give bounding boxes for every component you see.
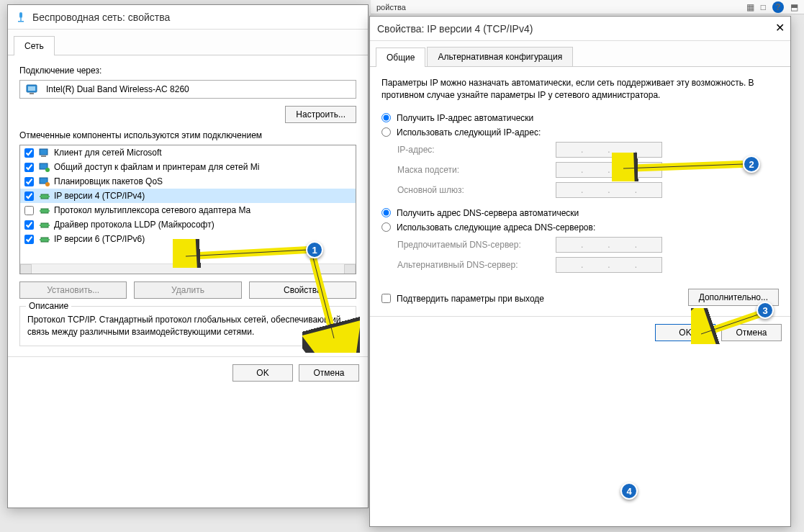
svg-rect-13 xyxy=(40,196,42,197)
callout-4: 4 xyxy=(620,482,638,500)
component-checkbox[interactable] xyxy=(24,220,34,230)
icon-window: □ xyxy=(761,2,766,12)
callout-1: 1 xyxy=(306,241,323,258)
component-label: Планировщик пакетов QoS xyxy=(54,176,163,186)
ok-button[interactable]: OK xyxy=(232,364,293,382)
component-row[interactable]: Общий доступ к файлам и принтерам для се… xyxy=(20,160,356,174)
close-icon[interactable]: ✕ xyxy=(775,21,785,35)
radio-ip-manual-label: Использовать следующий IP-адрес: xyxy=(397,127,541,137)
window-title: Беспроводная сеть: свойства xyxy=(32,12,170,23)
annotation-arrow-1b xyxy=(302,252,360,353)
radio-ip-manual-row[interactable]: Использовать следующий IP-адрес: xyxy=(381,127,779,137)
gateway-label: Основной шлюз: xyxy=(397,185,556,195)
proto-icon xyxy=(38,219,51,230)
svg-line-29 xyxy=(313,258,334,338)
callout-2: 2 xyxy=(743,155,760,173)
icon-app: ▦ xyxy=(746,2,754,12)
adapter-icon xyxy=(26,84,40,95)
validate-checkbox[interactable] xyxy=(381,294,391,303)
adapter-box[interactable]: Intel(R) Dual Band Wireless-AC 8260 xyxy=(19,80,356,99)
proto-icon xyxy=(38,233,51,245)
help-icon[interactable]: ? xyxy=(772,1,784,13)
info-text: Параметры IP можно назначать автоматичес… xyxy=(381,77,779,102)
component-label: Клиент для сетей Microsoft xyxy=(54,148,162,158)
network-icon xyxy=(15,12,27,23)
qos-icon xyxy=(38,176,51,187)
subnet-label: Маска подсети: xyxy=(397,165,556,175)
radio-dns-auto-row[interactable]: Получить адрес DNS-сервера автоматически xyxy=(381,208,779,218)
component-row[interactable]: Планировщик пакетов QoS xyxy=(20,174,356,189)
radio-dns-auto-label: Получить адрес DNS-сервера автоматически xyxy=(397,208,579,218)
scroll-left-button[interactable] xyxy=(20,264,32,274)
svg-rect-15 xyxy=(41,209,48,213)
component-label: IP версии 4 (TCP/IPv4) xyxy=(54,191,145,201)
svg-line-35 xyxy=(701,314,760,334)
tab-network[interactable]: Сеть xyxy=(14,36,55,55)
ipv4-properties-window: Свойства: IP версии 4 (TCP/IPv4) ✕ Общие… xyxy=(369,16,791,527)
component-label: Драйвер протокола LLDP (Майкрософт) xyxy=(54,220,214,230)
tab-strip: Сеть xyxy=(8,30,368,55)
radio-dns-manual[interactable] xyxy=(381,222,391,232)
radio-ip-manual[interactable] xyxy=(381,127,391,137)
component-checkbox[interactable] xyxy=(24,163,34,172)
gateway-input: ... xyxy=(556,182,662,198)
svg-rect-2 xyxy=(18,21,24,22)
svg-rect-6 xyxy=(40,149,48,155)
radio-ip-auto[interactable] xyxy=(381,113,391,122)
svg-rect-22 xyxy=(40,239,42,240)
component-row[interactable]: Протокол мультиплексора сетевого адаптер… xyxy=(20,203,356,217)
component-checkbox[interactable] xyxy=(24,177,34,186)
cancel-button[interactable]: Отмена xyxy=(299,364,359,382)
svg-rect-23 xyxy=(48,239,50,240)
component-checkbox[interactable] xyxy=(24,148,34,158)
description-text: Протокол TCP/IP. Стандартный протокол гл… xyxy=(27,314,348,338)
proto-icon xyxy=(38,190,51,202)
svg-rect-12 xyxy=(41,194,48,199)
radio-ip-auto-row[interactable]: Получить IP-адрес автоматически xyxy=(381,113,779,123)
components-label: Отмеченные компоненты используются этим … xyxy=(19,130,356,140)
svg-rect-0 xyxy=(19,12,22,18)
ip-address-label: IP-адрес: xyxy=(397,145,556,155)
svg-point-11 xyxy=(45,182,50,186)
configure-button[interactable]: Настроить... xyxy=(285,106,356,123)
dns-pref-input: ... xyxy=(556,237,662,253)
taskbar-fragment: ройства ▦ □ ? ⬒ xyxy=(371,0,804,14)
uninstall-button[interactable]: Удалить xyxy=(134,281,241,299)
component-row[interactable]: IP версии 4 (TCP/IPv4) xyxy=(20,189,356,203)
callout-3: 3 xyxy=(756,302,774,319)
svg-rect-17 xyxy=(48,210,50,212)
window-title: Свойства: IP версии 4 (TCP/IPv4) xyxy=(377,23,533,35)
dns-pref-label: Предпочитаемый DNS-сервер: xyxy=(397,240,556,250)
radio-dns-manual-row[interactable]: Использовать следующие адреса DNS-сервер… xyxy=(381,222,779,233)
adapter-name: Intel(R) Dual Band Wireless-AC 8260 xyxy=(46,84,189,94)
validate-checkbox-row[interactable]: Подтвердить параметры при выходе xyxy=(381,294,544,304)
radio-ip-auto-label: Получить IP-адрес автоматически xyxy=(397,113,533,123)
tab-alternative[interactable]: Альтернативная конфигурация xyxy=(427,47,573,66)
client-icon xyxy=(38,147,51,158)
title-bar[interactable]: Свойства: IP версии 4 (TCP/IPv4) ✕ xyxy=(370,17,790,41)
svg-point-9 xyxy=(45,168,50,172)
component-checkbox[interactable] xyxy=(24,206,34,215)
svg-rect-21 xyxy=(41,238,48,242)
component-row[interactable]: Драйвер протокола LLDP (Майкрософт) xyxy=(20,217,356,232)
component-checkbox[interactable] xyxy=(24,235,34,244)
component-checkbox[interactable] xyxy=(24,191,34,201)
tab-strip: Общие Альтернативная конфигурация xyxy=(370,41,790,67)
dns-alt-input: ... xyxy=(556,257,662,273)
radio-dns-auto[interactable] xyxy=(381,208,391,217)
connect-via-label: Подключение через: xyxy=(19,66,356,76)
svg-rect-20 xyxy=(48,225,50,226)
proto-icon xyxy=(38,204,51,216)
component-row[interactable]: Клиент для сетей Microsoft xyxy=(20,145,356,160)
component-label: Протокол мультиплексора сетевого адаптер… xyxy=(54,205,250,215)
svg-rect-4 xyxy=(28,86,35,91)
svg-rect-14 xyxy=(48,196,50,197)
dns-alt-label: Альтернативный DNS-сервер: xyxy=(397,260,556,270)
annotation-arrow-1 xyxy=(173,239,317,268)
svg-rect-18 xyxy=(41,223,48,227)
install-button[interactable]: Установить... xyxy=(19,281,127,299)
validate-label: Подтвердить параметры при выходе xyxy=(397,294,544,304)
svg-rect-19 xyxy=(40,225,42,226)
title-bar[interactable]: Беспроводная сеть: свойства xyxy=(8,5,368,30)
tab-general[interactable]: Общие xyxy=(376,48,425,67)
